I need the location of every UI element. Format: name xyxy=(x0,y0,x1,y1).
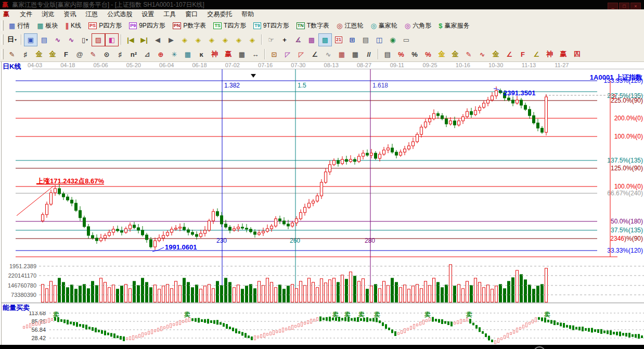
toolbar-button-quotes[interactable]: ▦行情 xyxy=(6,19,33,32)
menu-item-5[interactable]: 设置 xyxy=(137,9,159,19)
teal-pattern-button[interactable]: ▩ xyxy=(318,33,332,46)
angle-gold-button[interactable]: ∠ xyxy=(530,48,543,61)
angle-si-button[interactable]: 四 xyxy=(570,48,584,61)
toolbar-button-winner-service[interactable]: $赢家服务 xyxy=(435,19,472,32)
menu-item-0[interactable]: 文件 xyxy=(15,9,37,19)
grid-123-button[interactable]: ▦ xyxy=(235,48,249,61)
diamond-h-expand-button[interactable]: ◈ xyxy=(205,33,218,46)
k-quote-mark-button[interactable]: ĸ xyxy=(195,48,208,61)
prev-bar-button[interactable]: ◀ xyxy=(151,33,164,46)
f-ruler-button[interactable]: F xyxy=(59,48,73,61)
first-page-button[interactable]: |◀ xyxy=(124,33,137,46)
toolbar-grip[interactable] xyxy=(1,49,4,59)
diamond-left-button[interactable]: ◈ xyxy=(178,33,191,46)
calculator-button[interactable]: ⊞ xyxy=(345,33,359,46)
diamond-right-button[interactable]: ◈ xyxy=(191,33,205,46)
diamond-compress-button[interactable]: ◈ xyxy=(232,33,246,46)
info-document-button[interactable]: ▤ xyxy=(37,33,51,46)
toolbar-button-kline[interactable]: ∥K线 xyxy=(62,19,85,32)
angle-shen-button[interactable]: 神 xyxy=(543,48,557,61)
hand-drag-button[interactable]: ☞ xyxy=(264,33,278,46)
pattern-square-button[interactable]: ▦ xyxy=(181,48,195,61)
pen-measure-button[interactable]: ✎ xyxy=(462,48,475,61)
parallel-lines-button[interactable]: // xyxy=(362,48,376,61)
toolbar-button-gann-wheel[interactable]: ◎江恩轮 xyxy=(333,19,366,32)
fan-purple-button[interactable]: ◸ xyxy=(281,48,294,61)
chart-small-9-button[interactable]: ∿ xyxy=(65,33,78,46)
red-grid-tool-button[interactable]: ▨ xyxy=(92,33,105,46)
print-button[interactable]: ▭ xyxy=(400,33,413,46)
percent-line-button[interactable]: % xyxy=(421,48,435,61)
toolbar-grip[interactable] xyxy=(1,34,4,45)
angle-lines-button[interactable]: ∠ xyxy=(308,48,321,61)
toolbar-button-t-square[interactable]: TST四方形 xyxy=(210,19,249,32)
menu-item-3[interactable]: 江恩 xyxy=(81,9,102,19)
notepad-button[interactable]: ▤ xyxy=(359,33,372,46)
circle-ruler-button[interactable]: ⊙ xyxy=(100,48,113,61)
menu-item-4[interactable]: 公式选股 xyxy=(102,9,137,19)
toolbar-button-p-number-table[interactable]: PNP数字表 xyxy=(170,19,210,32)
candle-body xyxy=(87,227,90,235)
angle-measure-button[interactable]: ∡ xyxy=(291,33,305,46)
next-bar-button[interactable]: ▶ xyxy=(164,33,178,46)
spiral-button[interactable]: @ xyxy=(73,48,86,61)
crosshair-button[interactable]: + xyxy=(278,33,291,46)
toolbar-button-t-number-table[interactable]: TNT数字表 xyxy=(293,19,332,32)
calendar-21-button[interactable]: 21 xyxy=(332,33,345,46)
wave-red-line-button[interactable]: ∿ xyxy=(475,48,489,61)
color-volume-tool-button[interactable]: ◧ xyxy=(105,33,119,46)
web-globe-button[interactable]: ◉ xyxy=(386,33,400,46)
menu-item-2[interactable]: 资讯 xyxy=(59,9,81,19)
box-tool-button[interactable]: ⊡ xyxy=(267,48,281,61)
gann-fan-star-button[interactable]: ✳ xyxy=(168,48,181,61)
indicator-title[interactable]: 能量买卖 xyxy=(3,304,30,311)
shen-tool-button[interactable]: 神 xyxy=(208,48,222,61)
toolbar-button-9p-square[interactable]: P99P四方形 xyxy=(126,19,169,32)
chart-small-3-button[interactable]: ∿ xyxy=(51,33,65,46)
brush-button[interactable]: ✎ xyxy=(5,48,19,61)
fan-red-button[interactable]: ◸ xyxy=(294,48,308,61)
zigzag-gray-button[interactable]: ∿ xyxy=(321,48,335,61)
toolbar-button-p-square[interactable]: PSP四方形 xyxy=(85,19,125,32)
menu-item-7[interactable]: 窗口 xyxy=(181,9,202,19)
horizontal-span-button[interactable]: ↔ xyxy=(249,48,262,61)
toolbar-button-sectors[interactable]: ▦板块 xyxy=(34,19,61,32)
period-day-dropdown-button[interactable]: 日▾ xyxy=(5,33,19,46)
menu-item-6[interactable]: 工具 xyxy=(159,9,181,19)
gann-panel-toggle-button[interactable]: ▣ xyxy=(24,33,37,46)
angle-ying-button[interactable]: 赢 xyxy=(557,48,570,61)
gold-line-button[interactable]: 金 xyxy=(448,48,462,61)
grid-ruler-button[interactable]: ♯ xyxy=(19,48,32,61)
angle-f-button[interactable]: F xyxy=(516,48,530,61)
menu-item-1[interactable]: 浏览 xyxy=(37,9,59,19)
gold-angle-button[interactable]: 金 xyxy=(489,48,503,61)
menu-item-9[interactable]: 帮助 xyxy=(237,9,259,19)
diamond-expand-all-button[interactable]: ◈ xyxy=(246,33,259,46)
last-page-button[interactable]: ▶| xyxy=(137,33,151,46)
toolbar-button-9t-square[interactable]: T99T四方形 xyxy=(250,19,292,32)
grid-dark-button[interactable]: ▦ xyxy=(349,48,362,61)
indicator-bar xyxy=(332,318,334,320)
n-squared-button[interactable]: n² xyxy=(127,48,140,61)
toolbar-grip[interactable] xyxy=(1,20,4,31)
menu-item-8[interactable]: 交易委托 xyxy=(202,9,237,19)
gold-ruler-2-button[interactable]: 金 xyxy=(46,48,59,61)
toolbar-button-hexagon[interactable]: ◎六角形 xyxy=(402,19,434,32)
toolbar-button-winner-wheel[interactable]: ◎赢家轮 xyxy=(367,19,400,32)
percent-red-ruler-button[interactable]: % xyxy=(394,48,408,61)
candle-style-dropdown-button[interactable]: ▯▾ xyxy=(78,33,92,46)
ying-tool-button[interactable]: 赢 xyxy=(222,48,235,61)
diamond-4way-button[interactable]: ◈ xyxy=(218,33,232,46)
purple-pattern-button[interactable]: ▩ xyxy=(305,33,318,46)
compass-angle-button[interactable]: ⊿ xyxy=(140,48,154,61)
angle-j-button[interactable]: ∠ xyxy=(503,48,516,61)
grid-red-button[interactable]: ▦ xyxy=(335,48,349,61)
gold-circle-button[interactable]: 金 xyxy=(435,48,448,61)
gold-ruler-1-button[interactable]: 金 xyxy=(32,48,46,61)
save-disk-button[interactable]: ◫ xyxy=(372,33,386,46)
pen-ruler-button[interactable]: ✎ xyxy=(86,48,100,61)
line-ruler-button[interactable]: ♯ xyxy=(113,48,127,61)
red-circle-cross-button[interactable]: ⊕ xyxy=(154,48,168,61)
percent-button[interactable]: % xyxy=(408,48,421,61)
measure-bars-button[interactable]: ▤ xyxy=(381,48,394,61)
